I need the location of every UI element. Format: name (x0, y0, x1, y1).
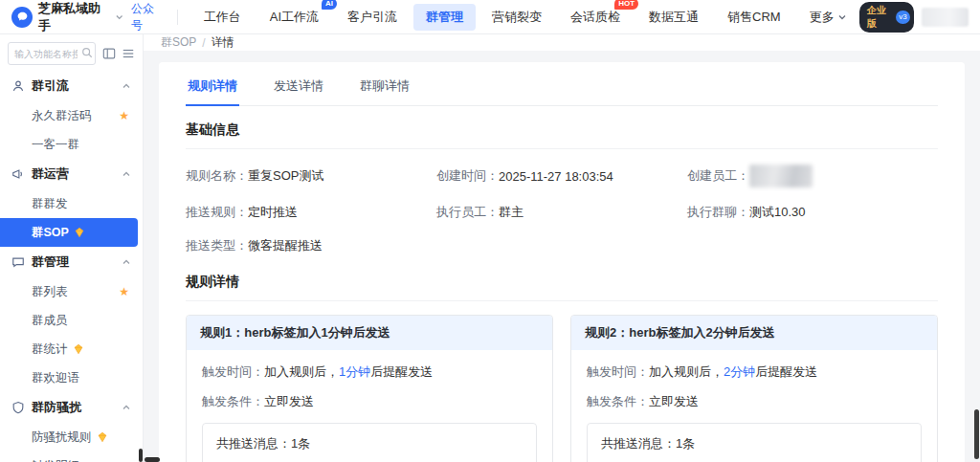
creator-redacted-image (749, 165, 813, 187)
basic-info-grid: 规则名称： 重复SOP测试 创建时间： 2025-11-27 18:03:54 … (186, 165, 938, 254)
nav-item-workbench[interactable]: 工作台 (191, 4, 254, 31)
field-executor: 执行员工： 群主 (436, 204, 687, 221)
rule-1-trigger-time: 触发时间：加入规则后，1分钟后提醒发送 (202, 363, 537, 381)
nav-item-group-management[interactable]: 群管理 (413, 4, 476, 31)
detail-tabs: 规则详情 发送详情 群聊详情 (186, 76, 938, 106)
chevron-up-icon (122, 403, 131, 412)
megaphone-icon (11, 167, 25, 181)
sidebar-item-group-statistics[interactable]: 群统计 (0, 335, 143, 363)
brand[interactable]: 芝麻私域助手 公众号 (11, 0, 164, 34)
field-push-rule: 推送规则： 定时推送 (186, 204, 436, 221)
top-navigation: 工作台 AI工作流AI 客户引流 群管理 营销裂变 会话质检HOT 数据互通 销… (191, 4, 859, 31)
edition-version-chip: v3 (896, 11, 909, 24)
nav-item-conversation-qc[interactable]: 会话质检HOT (558, 4, 633, 31)
divider (186, 300, 938, 301)
sidebar-item-permanent-group-qr[interactable]: 永久群活码 ★ (0, 101, 143, 130)
nav-item-sales-crm[interactable]: 销售CRM (715, 4, 793, 31)
sidebar-item-one-customer-one-group[interactable]: 一客一群 (0, 130, 143, 159)
horizontal-scrollbar[interactable] (145, 457, 160, 462)
topbar-divider (177, 10, 178, 25)
topbar: 芝麻私域助手 公众号 工作台 AI工作流AI 客户引流 群管理 营销裂变 会话质… (0, 0, 980, 34)
shield-icon (11, 401, 25, 414)
sidebar-search-row (0, 42, 143, 71)
sidebar-menu: 群引流 永久群活码 ★ 一客一群 群运营 群群发 (0, 71, 143, 462)
breadcrumb-parent[interactable]: 群SOP (161, 34, 196, 51)
field-creator: 创建员工： (687, 165, 938, 187)
rule-2-trigger-time: 触发时间：加入规则后，2分钟后提醒发送 (587, 363, 922, 381)
search-icon (81, 47, 93, 58)
breadcrumb: 群SOP / 详情 (144, 34, 980, 51)
chevron-down-icon (837, 12, 847, 22)
chat-icon (11, 255, 25, 269)
vertical-scrollbar[interactable] (974, 409, 979, 459)
rule-card-1: 规则1：herb标签加入1分钟后发送 触发时间：加入规则后，1分钟后提醒发送 触… (186, 315, 553, 462)
breadcrumb-current: 详情 (212, 34, 234, 51)
sidebar-item-group-mass-send[interactable]: 群群发 (0, 189, 143, 218)
sidebar-item-trigger-details[interactable]: 触发明细 (0, 451, 143, 462)
chevron-up-icon (122, 81, 131, 91)
tab-rule-detail[interactable]: 规则详情 (186, 76, 239, 106)
person-icon (11, 79, 25, 93)
gem-icon (97, 431, 108, 443)
layout: 群引流 永久群活码 ★ 一客一群 群运营 群群发 (0, 34, 980, 462)
panel-collapse-icon[interactable] (102, 47, 116, 60)
topbar-right: 企业版 v3 (859, 2, 969, 33)
sidebar-item-group-welcome[interactable]: 群欢迎语 (0, 363, 143, 392)
rule-2-trigger-condition: 触发条件：立即发送 (587, 393, 922, 410)
chevron-up-icon (122, 257, 131, 267)
nav-item-ai-workflow[interactable]: AI工作流AI (257, 4, 331, 31)
edition-label: 企业版 (867, 4, 894, 31)
star-icon: ★ (119, 285, 129, 298)
app-window: 芝麻私域助手 公众号 工作台 AI工作流AI 客户引流 群管理 营销裂变 会话质… (0, 0, 980, 462)
rule-2-message-count: 共推送消息：1条 (601, 435, 907, 452)
rules-section-title: 规则详情 (186, 274, 938, 291)
detail-card: 规则详情 发送详情 群聊详情 基础信息 规则名称： 重复SOP测试 创建时间： … (159, 62, 965, 462)
nav-item-more[interactable]: 更多 (797, 4, 859, 31)
gem-icon (73, 343, 84, 355)
product-name: 芝麻私域助手 (38, 0, 109, 34)
rules-row: 规则1：herb标签加入1分钟后发送 触发时间：加入规则后，1分钟后提醒发送 触… (186, 315, 938, 462)
field-rule-name: 规则名称： 重复SOP测试 (186, 167, 436, 185)
chevron-up-icon (122, 169, 131, 179)
rule-card-2: 规则2：herb标签加入2分钟后发送 触发时间：加入规则后，2分钟后提醒发送 触… (570, 315, 938, 462)
menu-layout-icon[interactable] (122, 47, 135, 60)
gem-icon (74, 227, 85, 238)
field-push-type: 推送类型： 微客提醒推送 (186, 237, 436, 254)
sidebar-group-operation[interactable]: 群运营 (0, 159, 143, 189)
account-type-link[interactable]: 公众号 (131, 1, 164, 33)
hot-badge: HOT (614, 0, 638, 10)
sidebar: 群引流 永久群活码 ★ 一客一群 群运营 群群发 (0, 34, 144, 462)
chevron-down-icon (115, 12, 123, 22)
field-exec-group: 执行群聊： 测试10.30 (687, 204, 938, 221)
nav-item-marketing-fission[interactable]: 营销裂变 (479, 4, 554, 31)
tab-group-chat-detail[interactable]: 群聊详情 (358, 76, 412, 105)
sidebar-scrollbar[interactable] (139, 449, 143, 462)
main-content: 群SOP / 详情 规则详情 发送详情 群聊详情 基础信息 规则名称： 重复SO… (144, 34, 980, 462)
sidebar-item-anti-spam-rules[interactable]: 防骚扰规则 (0, 423, 143, 451)
rule-2-title: 规则2：herb标签加入2分钟后发送 (571, 316, 937, 350)
nav-item-data-exchange[interactable]: 数据互通 (636, 4, 711, 31)
rule-2-message-box: 共推送消息：1条 文案：herb标签加入2分钟后发送 (587, 423, 922, 462)
nav-item-customer-acquisition[interactable]: 客户引流 (335, 4, 410, 31)
sidebar-item-group-members[interactable]: 群成员 (0, 306, 143, 335)
rule-1-message-count: 共推送消息：1条 (216, 435, 523, 452)
sidebar-item-group-list[interactable]: 群列表 ★ (0, 277, 143, 306)
user-avatar[interactable] (922, 8, 969, 27)
basic-info-title: 基础信息 (186, 121, 938, 139)
rule-1-trigger-condition: 触发条件：立即发送 (202, 393, 537, 410)
edition-badge[interactable]: 企业版 v3 (859, 2, 914, 33)
star-icon: ★ (119, 109, 129, 122)
tab-send-detail[interactable]: 发送详情 (272, 76, 325, 105)
sidebar-group-acquisition[interactable]: 群引流 (0, 71, 143, 101)
sidebar-group-anti-spam[interactable]: 群防骚扰 (0, 392, 143, 423)
sidebar-group-management[interactable]: 群管理 (0, 247, 143, 277)
app-logo-icon (11, 7, 33, 28)
search-box (8, 42, 97, 65)
rule-1-message-box: 共推送消息：1条 文案：herb标签加入1分钟后发送 (202, 423, 537, 462)
rule-1-title: 规则1：herb标签加入1分钟后发送 (187, 316, 552, 350)
sidebar-item-group-sop[interactable]: 群SOP (0, 218, 138, 247)
field-create-time: 创建时间： 2025-11-27 18:03:54 (436, 167, 687, 185)
divider (186, 148, 938, 149)
breadcrumb-separator: / (202, 36, 205, 50)
